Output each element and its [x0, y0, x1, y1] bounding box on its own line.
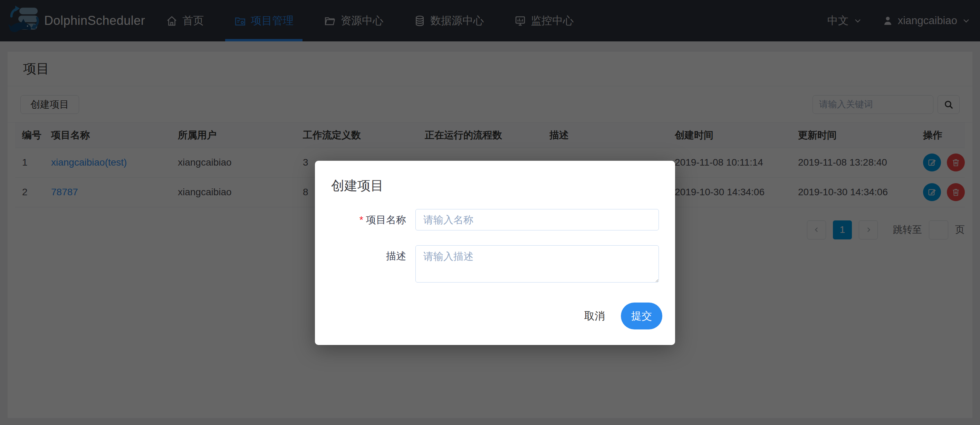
modal-footer: 取消 提交 [315, 303, 675, 330]
project-name-input[interactable] [415, 209, 659, 230]
description-row: 描述 [315, 245, 675, 282]
project-name-label: *项目名称 [315, 209, 406, 230]
required-mark: * [360, 214, 363, 225]
description-textarea[interactable] [415, 245, 659, 282]
project-name-row: *项目名称 [315, 209, 675, 230]
app-screen: DolphinScheduler 首页 项目管理 资源中心 数据源中心 监控中心 [0, 0, 980, 425]
cancel-button[interactable]: 取消 [584, 309, 605, 323]
submit-button[interactable]: 提交 [621, 303, 662, 330]
modal-title: 创建项目 [331, 178, 675, 193]
create-project-modal: 创建项目 *项目名称 描述 取消 提交 [315, 161, 675, 345]
description-label: 描述 [315, 245, 406, 266]
